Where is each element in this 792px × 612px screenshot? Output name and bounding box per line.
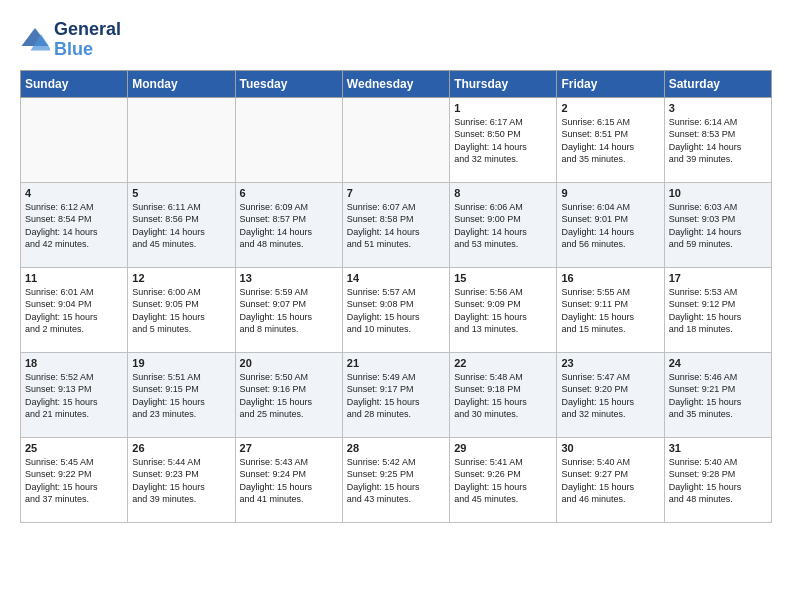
cell-content: Sunrise: 5:56 AM Sunset: 9:09 PM Dayligh…: [454, 286, 552, 336]
page-header: General Blue: [20, 20, 772, 60]
calendar-cell: 9Sunrise: 6:04 AM Sunset: 9:01 PM Daylig…: [557, 182, 664, 267]
day-number: 22: [454, 357, 552, 369]
calendar-cell: 2Sunrise: 6:15 AM Sunset: 8:51 PM Daylig…: [557, 97, 664, 182]
cell-content: Sunrise: 6:07 AM Sunset: 8:58 PM Dayligh…: [347, 201, 445, 251]
cell-content: Sunrise: 6:15 AM Sunset: 8:51 PM Dayligh…: [561, 116, 659, 166]
calendar-cell: 17Sunrise: 5:53 AM Sunset: 9:12 PM Dayli…: [664, 267, 771, 352]
day-number: 19: [132, 357, 230, 369]
cell-content: Sunrise: 5:42 AM Sunset: 9:25 PM Dayligh…: [347, 456, 445, 506]
cell-content: Sunrise: 6:12 AM Sunset: 8:54 PM Dayligh…: [25, 201, 123, 251]
cell-content: Sunrise: 6:04 AM Sunset: 9:01 PM Dayligh…: [561, 201, 659, 251]
day-number: 30: [561, 442, 659, 454]
calendar-cell: 12Sunrise: 6:00 AM Sunset: 9:05 PM Dayli…: [128, 267, 235, 352]
cell-content: Sunrise: 5:40 AM Sunset: 9:27 PM Dayligh…: [561, 456, 659, 506]
calendar-cell: 24Sunrise: 5:46 AM Sunset: 9:21 PM Dayli…: [664, 352, 771, 437]
day-number: 18: [25, 357, 123, 369]
calendar-cell: 7Sunrise: 6:07 AM Sunset: 8:58 PM Daylig…: [342, 182, 449, 267]
week-row-4: 18Sunrise: 5:52 AM Sunset: 9:13 PM Dayli…: [21, 352, 772, 437]
calendar-cell: 22Sunrise: 5:48 AM Sunset: 9:18 PM Dayli…: [450, 352, 557, 437]
cell-content: Sunrise: 5:43 AM Sunset: 9:24 PM Dayligh…: [240, 456, 338, 506]
day-number: 10: [669, 187, 767, 199]
day-number: 1: [454, 102, 552, 114]
calendar-cell: [235, 97, 342, 182]
day-number: 23: [561, 357, 659, 369]
cell-content: Sunrise: 6:11 AM Sunset: 8:56 PM Dayligh…: [132, 201, 230, 251]
calendar-cell: 10Sunrise: 6:03 AM Sunset: 9:03 PM Dayli…: [664, 182, 771, 267]
calendar-cell: 14Sunrise: 5:57 AM Sunset: 9:08 PM Dayli…: [342, 267, 449, 352]
cell-content: Sunrise: 5:48 AM Sunset: 9:18 PM Dayligh…: [454, 371, 552, 421]
calendar-cell: 5Sunrise: 6:11 AM Sunset: 8:56 PM Daylig…: [128, 182, 235, 267]
cell-content: Sunrise: 6:09 AM Sunset: 8:57 PM Dayligh…: [240, 201, 338, 251]
calendar-table: SundayMondayTuesdayWednesdayThursdayFrid…: [20, 70, 772, 523]
day-number: 9: [561, 187, 659, 199]
calendar-cell: 20Sunrise: 5:50 AM Sunset: 9:16 PM Dayli…: [235, 352, 342, 437]
day-number: 8: [454, 187, 552, 199]
day-number: 4: [25, 187, 123, 199]
cell-content: Sunrise: 6:14 AM Sunset: 8:53 PM Dayligh…: [669, 116, 767, 166]
cell-content: Sunrise: 6:17 AM Sunset: 8:50 PM Dayligh…: [454, 116, 552, 166]
week-row-5: 25Sunrise: 5:45 AM Sunset: 9:22 PM Dayli…: [21, 437, 772, 522]
day-number: 12: [132, 272, 230, 284]
cell-content: Sunrise: 5:49 AM Sunset: 9:17 PM Dayligh…: [347, 371, 445, 421]
calendar-cell: 1Sunrise: 6:17 AM Sunset: 8:50 PM Daylig…: [450, 97, 557, 182]
weekday-header-thursday: Thursday: [450, 70, 557, 97]
weekday-header-sunday: Sunday: [21, 70, 128, 97]
cell-content: Sunrise: 5:44 AM Sunset: 9:23 PM Dayligh…: [132, 456, 230, 506]
cell-content: Sunrise: 6:06 AM Sunset: 9:00 PM Dayligh…: [454, 201, 552, 251]
cell-content: Sunrise: 5:53 AM Sunset: 9:12 PM Dayligh…: [669, 286, 767, 336]
weekday-header-saturday: Saturday: [664, 70, 771, 97]
day-number: 24: [669, 357, 767, 369]
calendar-cell: 29Sunrise: 5:41 AM Sunset: 9:26 PM Dayli…: [450, 437, 557, 522]
calendar-cell: 26Sunrise: 5:44 AM Sunset: 9:23 PM Dayli…: [128, 437, 235, 522]
day-number: 7: [347, 187, 445, 199]
calendar-cell: 23Sunrise: 5:47 AM Sunset: 9:20 PM Dayli…: [557, 352, 664, 437]
calendar-cell: 27Sunrise: 5:43 AM Sunset: 9:24 PM Dayli…: [235, 437, 342, 522]
cell-content: Sunrise: 5:55 AM Sunset: 9:11 PM Dayligh…: [561, 286, 659, 336]
calendar-cell: 28Sunrise: 5:42 AM Sunset: 9:25 PM Dayli…: [342, 437, 449, 522]
cell-content: Sunrise: 5:50 AM Sunset: 9:16 PM Dayligh…: [240, 371, 338, 421]
day-number: 21: [347, 357, 445, 369]
calendar-cell: 18Sunrise: 5:52 AM Sunset: 9:13 PM Dayli…: [21, 352, 128, 437]
cell-content: Sunrise: 5:59 AM Sunset: 9:07 PM Dayligh…: [240, 286, 338, 336]
day-number: 3: [669, 102, 767, 114]
logo-icon: [20, 25, 50, 55]
calendar-cell: [128, 97, 235, 182]
weekday-header-friday: Friday: [557, 70, 664, 97]
day-number: 6: [240, 187, 338, 199]
cell-content: Sunrise: 5:57 AM Sunset: 9:08 PM Dayligh…: [347, 286, 445, 336]
cell-content: Sunrise: 5:47 AM Sunset: 9:20 PM Dayligh…: [561, 371, 659, 421]
calendar-cell: 19Sunrise: 5:51 AM Sunset: 9:15 PM Dayli…: [128, 352, 235, 437]
weekday-header-monday: Monday: [128, 70, 235, 97]
calendar-cell: 21Sunrise: 5:49 AM Sunset: 9:17 PM Dayli…: [342, 352, 449, 437]
day-number: 28: [347, 442, 445, 454]
logo-text: General Blue: [54, 20, 121, 60]
day-number: 2: [561, 102, 659, 114]
cell-content: Sunrise: 5:40 AM Sunset: 9:28 PM Dayligh…: [669, 456, 767, 506]
calendar-cell: 30Sunrise: 5:40 AM Sunset: 9:27 PM Dayli…: [557, 437, 664, 522]
calendar-cell: 15Sunrise: 5:56 AM Sunset: 9:09 PM Dayli…: [450, 267, 557, 352]
day-number: 13: [240, 272, 338, 284]
calendar-cell: 4Sunrise: 6:12 AM Sunset: 8:54 PM Daylig…: [21, 182, 128, 267]
cell-content: Sunrise: 5:52 AM Sunset: 9:13 PM Dayligh…: [25, 371, 123, 421]
week-row-2: 4Sunrise: 6:12 AM Sunset: 8:54 PM Daylig…: [21, 182, 772, 267]
cell-content: Sunrise: 6:00 AM Sunset: 9:05 PM Dayligh…: [132, 286, 230, 336]
logo: General Blue: [20, 20, 121, 60]
weekday-header-tuesday: Tuesday: [235, 70, 342, 97]
cell-content: Sunrise: 5:41 AM Sunset: 9:26 PM Dayligh…: [454, 456, 552, 506]
day-number: 26: [132, 442, 230, 454]
cell-content: Sunrise: 5:46 AM Sunset: 9:21 PM Dayligh…: [669, 371, 767, 421]
calendar-cell: 13Sunrise: 5:59 AM Sunset: 9:07 PM Dayli…: [235, 267, 342, 352]
day-number: 29: [454, 442, 552, 454]
day-number: 11: [25, 272, 123, 284]
calendar-cell: 6Sunrise: 6:09 AM Sunset: 8:57 PM Daylig…: [235, 182, 342, 267]
cell-content: Sunrise: 5:51 AM Sunset: 9:15 PM Dayligh…: [132, 371, 230, 421]
day-number: 25: [25, 442, 123, 454]
cell-content: Sunrise: 5:45 AM Sunset: 9:22 PM Dayligh…: [25, 456, 123, 506]
calendar-cell: 11Sunrise: 6:01 AM Sunset: 9:04 PM Dayli…: [21, 267, 128, 352]
calendar-cell: 31Sunrise: 5:40 AM Sunset: 9:28 PM Dayli…: [664, 437, 771, 522]
calendar-cell: [21, 97, 128, 182]
week-row-1: 1Sunrise: 6:17 AM Sunset: 8:50 PM Daylig…: [21, 97, 772, 182]
day-number: 15: [454, 272, 552, 284]
cell-content: Sunrise: 6:03 AM Sunset: 9:03 PM Dayligh…: [669, 201, 767, 251]
week-row-3: 11Sunrise: 6:01 AM Sunset: 9:04 PM Dayli…: [21, 267, 772, 352]
